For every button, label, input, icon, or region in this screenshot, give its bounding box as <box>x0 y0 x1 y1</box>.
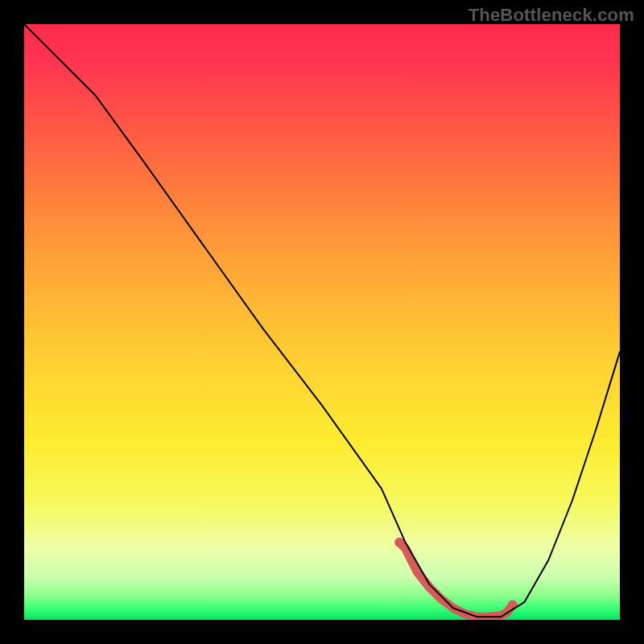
plot-svg <box>24 24 620 620</box>
gradient-background <box>24 24 620 620</box>
tolerance-start-dot <box>394 538 404 547</box>
watermark-text: TheBottleneck.com <box>469 5 634 26</box>
plot-area <box>24 24 620 620</box>
tolerance-end-dot <box>508 601 518 610</box>
